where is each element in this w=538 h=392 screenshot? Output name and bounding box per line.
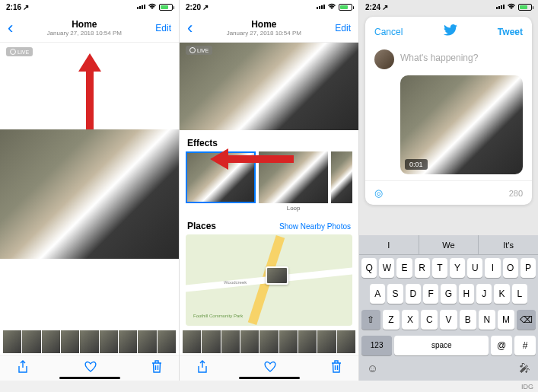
- effect-tile-bounce[interactable]: [331, 151, 352, 212]
- suggestion[interactable]: I: [359, 235, 419, 254]
- location-icon[interactable]: ◎: [374, 187, 383, 199]
- key-c[interactable]: C: [421, 310, 438, 330]
- keyboard-row: QWERTYUIOP: [359, 255, 538, 281]
- key-x[interactable]: X: [402, 310, 419, 330]
- key-d[interactable]: D: [406, 284, 421, 304]
- thumbnail[interactable]: [298, 330, 317, 353]
- status-bar: 2:20↗: [180, 0, 358, 14]
- shift-key[interactable]: ⇧: [361, 310, 380, 330]
- status-time: 2:16: [6, 3, 21, 11]
- thumbnail[interactable]: [22, 330, 40, 353]
- home-indicator[interactable]: [239, 377, 300, 379]
- edit-button[interactable]: Edit: [155, 23, 171, 33]
- thumbnail[interactable]: [3, 330, 21, 353]
- home-indicator[interactable]: [59, 377, 120, 379]
- key-f[interactable]: F: [423, 284, 438, 304]
- space-key[interactable]: space: [394, 336, 489, 355]
- emoji-key[interactable]: ☺: [367, 362, 378, 374]
- map-photo-pin[interactable]: [266, 266, 288, 285]
- signal-icon: [317, 5, 325, 9]
- swipe-left-arrow-annotation: [210, 148, 294, 170]
- thumbnail[interactable]: [221, 330, 240, 353]
- battery-icon: [518, 4, 532, 11]
- backspace-key[interactable]: ⌫: [517, 310, 536, 330]
- at-key[interactable]: @: [491, 336, 512, 355]
- signal-icon: [496, 5, 505, 9]
- key-k[interactable]: K: [494, 284, 509, 304]
- key-r[interactable]: R: [415, 258, 430, 278]
- thumbnail[interactable]: [119, 330, 137, 353]
- thumbnail[interactable]: [259, 330, 278, 353]
- keyboard-row: ⇧ ZXCVBNM ⌫: [359, 307, 538, 333]
- thumbnail[interactable]: [317, 330, 336, 353]
- thumbnail[interactable]: [337, 330, 355, 353]
- twitter-compose-screen: 2:24↗ Cancel Tweet What's happening? 0:0…: [359, 0, 538, 381]
- key-m[interactable]: M: [498, 310, 514, 330]
- trash-icon[interactable]: [331, 360, 342, 376]
- key-a[interactable]: A: [370, 284, 385, 304]
- key-i[interactable]: I: [485, 258, 500, 278]
- thumbnail[interactable]: [183, 330, 201, 353]
- key-y[interactable]: Y: [450, 258, 465, 278]
- key-v[interactable]: V: [440, 310, 457, 330]
- key-b[interactable]: B: [460, 310, 476, 330]
- trash-icon[interactable]: [151, 360, 162, 376]
- avatar: [374, 49, 394, 69]
- map-road-label: Woodcreek: [224, 280, 247, 285]
- thumbnail[interactable]: [158, 330, 176, 353]
- numbers-key[interactable]: 123: [361, 336, 392, 355]
- thumbnail[interactable]: [80, 330, 98, 353]
- share-icon[interactable]: [17, 360, 29, 377]
- tweet-button[interactable]: Tweet: [498, 27, 523, 37]
- heart-icon[interactable]: [84, 361, 97, 376]
- edit-button[interactable]: Edit: [335, 23, 351, 33]
- thumbnail[interactable]: [202, 330, 220, 353]
- key-s[interactable]: S: [387, 284, 403, 304]
- attached-media[interactable]: 0:01: [400, 75, 523, 174]
- nav-bar: ‹ Home January 27, 2018 10:54 PM Edit: [180, 14, 358, 43]
- photos-swipe-up-screen: 2:20↗ ‹ Home January 27, 2018 10:54 PM E…: [180, 0, 359, 381]
- mic-key[interactable]: 🎤︎: [519, 362, 530, 374]
- wifi-icon: [148, 3, 157, 11]
- key-w[interactable]: W: [379, 258, 394, 278]
- map[interactable]: Woodcreek Foothill Community Park: [186, 234, 352, 326]
- thumbnail[interactable]: [138, 330, 156, 353]
- key-h[interactable]: H: [459, 284, 474, 304]
- photos-detail-screen: 2:16↗ ‹ Home January 27, 2018 10:54 PM E…: [0, 0, 180, 381]
- compose-input[interactable]: What's happening?: [400, 49, 478, 69]
- key-o[interactable]: O: [503, 258, 518, 278]
- key-q[interactable]: Q: [361, 258, 377, 278]
- suggestion[interactable]: It's: [479, 235, 538, 254]
- thumbnail[interactable]: [42, 330, 60, 353]
- thumbnail[interactable]: [100, 330, 118, 353]
- suggestion[interactable]: We: [419, 235, 479, 254]
- live-badge: LIVE: [6, 47, 33, 56]
- live-badge: LIVE: [186, 46, 212, 55]
- cancel-button[interactable]: Cancel: [374, 27, 403, 37]
- back-button[interactable]: ‹: [8, 18, 13, 38]
- key-u[interactable]: U: [467, 258, 482, 278]
- thumbnail[interactable]: [61, 330, 79, 353]
- thumbnail[interactable]: [279, 330, 298, 353]
- key-l[interactable]: L: [512, 284, 527, 304]
- show-nearby-link[interactable]: Show Nearby Photos: [279, 222, 351, 231]
- back-button[interactable]: ‹: [187, 18, 193, 38]
- main-photo[interactable]: [180, 43, 358, 130]
- key-n[interactable]: N: [479, 310, 495, 330]
- key-p[interactable]: P: [520, 258, 536, 278]
- thumbnail-strip[interactable]: [0, 330, 179, 353]
- key-t[interactable]: T: [432, 258, 447, 278]
- thumbnail[interactable]: [240, 330, 259, 353]
- heart-icon[interactable]: [263, 361, 277, 376]
- main-photo[interactable]: [0, 129, 179, 259]
- key-z[interactable]: Z: [383, 310, 400, 330]
- nav-title: Home: [47, 19, 122, 30]
- key-g[interactable]: G: [441, 284, 456, 304]
- char-count: 280: [509, 189, 523, 198]
- key-j[interactable]: J: [476, 284, 492, 304]
- map-park-label: Foothill Community Park: [193, 314, 243, 318]
- key-e[interactable]: E: [396, 258, 412, 278]
- thumbnail-strip[interactable]: [180, 330, 358, 353]
- hash-key[interactable]: #: [514, 336, 536, 355]
- share-icon[interactable]: [196, 360, 209, 377]
